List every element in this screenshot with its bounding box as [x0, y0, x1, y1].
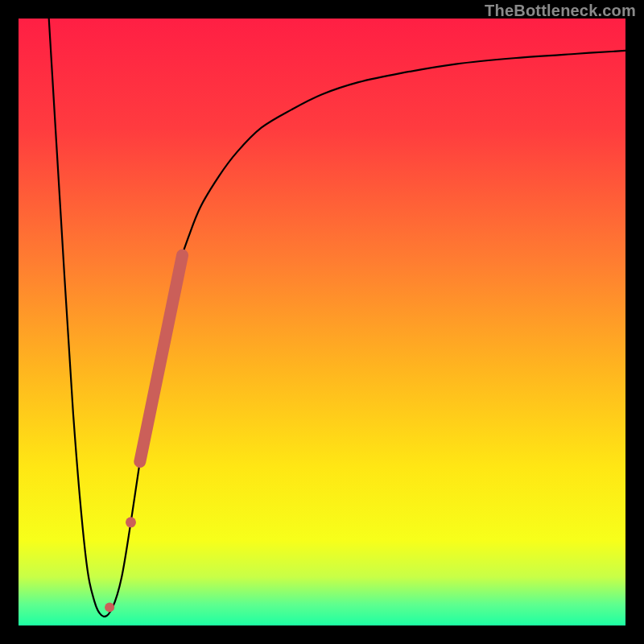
plot-area [19, 19, 625, 625]
highlight-segment [140, 255, 183, 461]
marker-dot-2 [105, 602, 114, 612]
watermark-text: TheBottleneck.com [485, 2, 636, 20]
marker-dot-1 [126, 517, 136, 527]
bottleneck-curve [49, 19, 625, 617]
chart-svg [19, 19, 625, 625]
outer-frame: TheBottleneck.com [0, 0, 644, 644]
